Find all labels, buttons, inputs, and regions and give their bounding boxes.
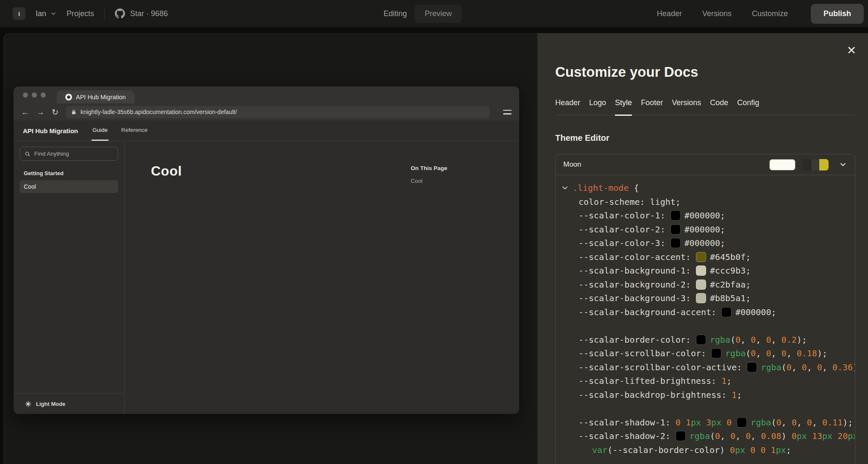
code-token: , (782, 417, 792, 428)
address-bar[interactable]: knightly-ladle-35s6b.apidocumentation.co… (66, 106, 490, 118)
css-code-editor[interactable]: .light-mode {color-scheme: light;--scala… (556, 175, 855, 457)
topbar-link-customize[interactable]: Customize (752, 9, 788, 18)
topbar-link-header[interactable]: Header (657, 9, 682, 18)
drawer-tab-logo[interactable]: Logo (589, 98, 606, 116)
menu-icon[interactable] (503, 110, 512, 115)
color-swatch[interactable] (737, 417, 747, 428)
code-line[interactable]: --scalar-border-color: rgba(0, 0, 0, 0.2… (561, 333, 855, 347)
forward-icon[interactable]: → (36, 108, 45, 116)
projects-link[interactable]: Projects (67, 9, 94, 18)
code-line[interactable] (561, 319, 855, 333)
code-token: px (776, 445, 786, 455)
code-line[interactable]: --scalar-scrollbar-color-active: rgba(0,… (561, 361, 855, 375)
drawer-tab-style[interactable]: Style (615, 98, 632, 116)
publish-button[interactable]: Publish (811, 4, 864, 24)
drawer-tab-config[interactable]: Config (737, 98, 759, 116)
code-line[interactable]: --scalar-color-2: #000000; (561, 223, 855, 237)
code-token: , (735, 431, 746, 441)
workspace-menu[interactable]: Ian (36, 9, 56, 18)
code-token: 0.08 (761, 431, 781, 441)
code-token: color-scheme: light; (579, 197, 681, 207)
code-line[interactable]: --scalar-color-accent: #645b0f; (561, 250, 855, 264)
code-line[interactable]: --scalar-backdrop-brightness: 1; (561, 388, 855, 402)
sidebar-item-cool[interactable]: Cool (19, 180, 118, 193)
topbar-link-versions[interactable]: Versions (702, 9, 732, 18)
reload-icon[interactable]: ↻ (52, 108, 58, 116)
code-line[interactable]: --scalar-background-1: #ccc9b3; (561, 264, 855, 278)
code-token: var (592, 445, 607, 455)
code-line[interactable]: --scalar-shadow-2: rgba(0, 0, 0, 0.08) 0… (561, 429, 855, 443)
code-token: 0 (782, 348, 787, 358)
code-token: 3 (706, 417, 711, 428)
drawer-tab-versions[interactable]: Versions (672, 98, 701, 116)
browser-toolbar: ← → ↻ knightly-ladle-35s6b.apidocumentat… (14, 103, 519, 120)
drawer-tab-code[interactable]: Code (710, 98, 728, 116)
code-line[interactable]: --scalar-color-1: #000000; (561, 209, 855, 223)
docs-nav-link-guide[interactable]: Guide (92, 120, 108, 141)
sidebar-section-label: Getting Started (19, 170, 118, 176)
code-token: #000000; (684, 210, 725, 221)
code-token (701, 417, 706, 428)
toc-item-cool[interactable]: Cool (411, 178, 519, 184)
color-swatch[interactable] (721, 307, 732, 317)
code-token: ( (746, 348, 751, 358)
code-token: --scalar-backdrop-brightness: (579, 390, 732, 400)
color-swatch[interactable] (670, 210, 681, 221)
code-line[interactable]: color-scheme: light; (561, 195, 855, 209)
color-swatch[interactable] (670, 224, 681, 235)
light-mode-toggle[interactable]: Light Mode (14, 393, 124, 414)
theme-editor-title: Theme Editor (555, 133, 855, 143)
code-line[interactable]: .light-mode { (561, 181, 855, 195)
browser-tab[interactable]: API Hub Migration (57, 90, 134, 103)
code-line[interactable]: --scalar-background-3: #b8b5a1; (561, 291, 855, 305)
code-token: ); (853, 362, 855, 372)
drawer-tab-footer[interactable]: Footer (641, 98, 663, 116)
code-line[interactable]: --scalar-background-accent: #000000; (561, 305, 855, 319)
code-token: ); (817, 348, 827, 358)
color-swatch[interactable] (696, 266, 706, 276)
theme-swatch-light (769, 159, 796, 171)
theme-swatch-segment (812, 159, 819, 171)
code-token (721, 417, 726, 428)
theme-select[interactable]: Moon (556, 154, 855, 175)
code-token: (--scalar-border-color) (607, 445, 730, 455)
color-swatch[interactable] (747, 362, 757, 372)
code-token: --scalar-lifted-brightness: (579, 376, 721, 386)
preview-toggle[interactable]: Preview (415, 5, 462, 23)
code-token: px (691, 417, 701, 428)
search-input[interactable]: Find Anything (19, 147, 118, 161)
code-token: ); (843, 417, 853, 428)
fold-chevron-icon[interactable] (562, 184, 568, 191)
docs-sidebar: Find Anything Getting Started Cool Light… (14, 141, 125, 414)
window-controls[interactable] (23, 92, 46, 98)
color-swatch[interactable] (696, 252, 706, 262)
workspace-logo[interactable]: I (13, 7, 25, 20)
close-icon[interactable]: ✕ (844, 43, 859, 58)
code-token: , (792, 362, 802, 372)
color-swatch[interactable] (711, 348, 721, 358)
back-icon[interactable]: ← (21, 108, 29, 116)
color-swatch[interactable] (696, 293, 706, 303)
code-token: , (787, 348, 797, 358)
color-swatch[interactable] (696, 280, 706, 290)
code-line[interactable]: --scalar-background-2: #c2bfaa; (561, 278, 855, 292)
docs-nav-link-reference[interactable]: Reference (120, 120, 148, 141)
code-token: 0 (792, 417, 797, 428)
color-swatch[interactable] (676, 431, 686, 441)
window-dot (32, 92, 37, 98)
code-token: 0 (746, 431, 751, 441)
color-swatch[interactable] (696, 335, 706, 345)
github-star-button[interactable]: Star · 9686 (115, 8, 168, 19)
code-line[interactable]: var(--scalar-border-color) 0px 0 0 1px; (561, 443, 855, 457)
code-token: 1 (732, 390, 737, 400)
color-swatch[interactable] (670, 238, 681, 248)
code-line[interactable]: --scalar-shadow-1: 0 1px 3px 0 rgba(0, 0… (561, 416, 855, 430)
code-line[interactable] (561, 402, 855, 416)
code-line[interactable]: --scalar-scrollbar-color: rgba(0, 0, 0, … (561, 347, 855, 361)
docs-site-title[interactable]: API Hub Migration (23, 127, 78, 134)
code-line[interactable]: --scalar-lifted-brightness: 1; (561, 374, 855, 388)
code-token: , (797, 417, 807, 428)
code-line[interactable]: --scalar-color-3: #000000; (561, 236, 855, 250)
editing-toggle[interactable]: Editing (384, 9, 407, 18)
drawer-tab-header[interactable]: Header (555, 98, 580, 116)
